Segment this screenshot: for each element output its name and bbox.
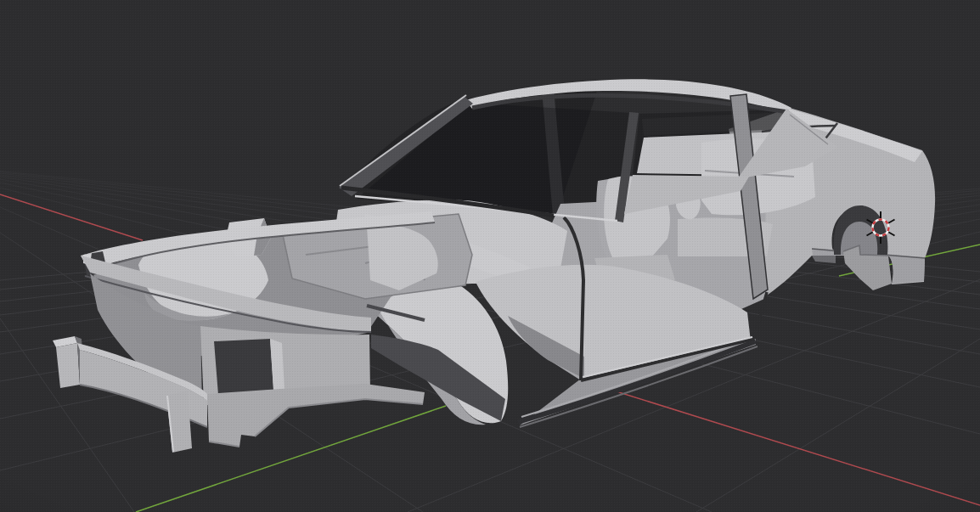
vignette-overlay bbox=[0, 0, 980, 512]
viewport-3d[interactable] bbox=[0, 0, 980, 512]
viewport-canvas[interactable] bbox=[0, 0, 980, 512]
